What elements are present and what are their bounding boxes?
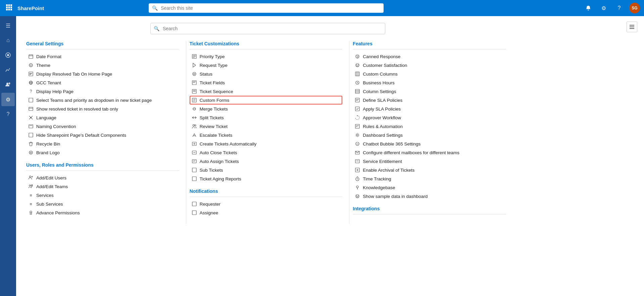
menu-assignee[interactable]: Assignee <box>190 208 343 217</box>
escalate-icon <box>192 132 197 138</box>
svg-rect-90 <box>355 124 359 128</box>
canned-response-label: Canned Response <box>363 54 400 59</box>
svg-point-38 <box>30 152 32 153</box>
menu-status[interactable]: Status <box>190 70 343 78</box>
menu-knowledgebase[interactable]: Knowledgebase <box>353 183 506 192</box>
menu-canned-response[interactable]: Canned Response <box>353 52 506 61</box>
menu-customer-satisfaction[interactable]: Customer Satisfaction <box>353 61 506 70</box>
menu-auto-close[interactable]: Auto Close Tickets <box>190 148 343 157</box>
menu-ticket-sequence[interactable]: Ticket Sequence <box>190 87 343 96</box>
naming-convention-label: Naming Convention <box>36 124 76 129</box>
menu-display-resolved[interactable]: Display Resolved Tab On Home Page <box>26 70 179 78</box>
menu-split-tickets[interactable]: Split Tickets <box>190 113 343 122</box>
dashboard-settings-label: Dashboard Settings <box>363 133 403 138</box>
menu-custom-columns[interactable]: Custom Columns <box>353 70 506 78</box>
nav-chart-icon[interactable] <box>1 63 15 77</box>
menu-chatbot[interactable]: Chatbot Bubble 365 Settings <box>353 139 506 148</box>
svg-rect-8 <box>10 9 12 10</box>
menu-gcc-tenant[interactable]: GCC Tenant <box>26 78 179 87</box>
menu-show-resolved[interactable]: Show resolved ticket in resolved tab onl… <box>26 104 179 113</box>
menu-sample-data[interactable]: Show sample data in dashboard <box>353 192 506 201</box>
menu-request-type[interactable]: Request Type <box>190 61 343 70</box>
menu-dashboard-settings[interactable]: Dashboard Settings <box>353 131 506 139</box>
nav-activity-icon[interactable] <box>1 48 15 62</box>
auto-close-label: Auto Close Tickets <box>200 150 237 155</box>
settings-search-input[interactable] <box>150 23 385 34</box>
menu-escalate-tickets[interactable]: Escalate Tickets <box>190 131 343 139</box>
gcc-tenant-label: GCC Tenant <box>36 80 61 85</box>
menu-brand-logo[interactable]: Brand Logo <box>26 148 179 157</box>
menu-date-format[interactable]: Date Format <box>26 52 179 61</box>
topbar-search-input[interactable] <box>149 3 384 13</box>
menu-ticket-fields[interactable]: Ticket Fields <box>190 78 343 87</box>
svg-rect-28 <box>29 98 33 102</box>
menu-create-automatically[interactable]: Create Tickets Automatically <box>190 139 343 148</box>
menu-hide-sp[interactable]: Hide Sharepoint Page's Default Component… <box>26 131 179 139</box>
nav-menu-icon[interactable]: ☰ <box>1 19 15 32</box>
naming-icon <box>28 124 34 129</box>
display-resolved-icon <box>28 71 34 77</box>
menu-configure-mailboxes[interactable]: Configure different mailboxes for differ… <box>353 148 506 157</box>
svg-point-75 <box>357 58 358 58</box>
menu-approver-workflow[interactable]: Approver Workflow <box>353 113 506 122</box>
user-avatar[interactable]: SG <box>629 3 640 13</box>
review-ticket-label: Review Ticket <box>200 124 228 129</box>
menu-auto-assign[interactable]: Auto Assign Tickets <box>190 157 343 166</box>
menu-define-sla[interactable]: Define SLA Policies <box>353 96 506 104</box>
show-resolved-icon <box>28 106 34 112</box>
svg-point-12 <box>9 83 10 84</box>
knowledgebase-label: Knowledgebase <box>363 185 395 190</box>
sharepoint-logo: SharePoint <box>17 5 44 11</box>
services-label: Services <box>36 193 54 198</box>
nav-home-icon[interactable]: ⌂ <box>1 34 15 47</box>
menu-teams-dropdown[interactable]: Select Teams and priority as dropdown in… <box>26 96 179 104</box>
users-roles-title: Users, Roles and Permissions <box>26 162 179 171</box>
nav-help-icon[interactable]: ? <box>1 108 15 121</box>
sub-services-label: Sub Services <box>36 202 63 207</box>
menu-aging-reports[interactable]: Ticket Aging Reports <box>190 174 343 183</box>
sample-data-icon <box>355 194 360 199</box>
menu-time-tracking[interactable]: Time Tracking <box>353 174 506 183</box>
settings-icon[interactable]: ⚙ <box>598 3 609 13</box>
features-title: Features <box>353 41 506 49</box>
view-toggle-button[interactable] <box>627 22 637 32</box>
status-icon <box>192 71 197 77</box>
menu-naming-convention[interactable]: Naming Convention <box>26 122 179 131</box>
menu-rules-automation[interactable]: Rules & Automation <box>353 122 506 131</box>
svg-rect-4 <box>8 6 10 8</box>
svg-rect-6 <box>6 9 8 10</box>
menu-recycle-bin[interactable]: Recycle Bin <box>26 139 179 148</box>
menu-sub-tickets[interactable]: Sub Tickets <box>190 166 343 174</box>
notifications-icon[interactable] <box>583 3 594 13</box>
help-page-icon: ? <box>28 89 34 94</box>
menu-add-teams[interactable]: Add/Edit Teams <box>26 182 179 191</box>
topbar: SharePoint 🔍 ⚙ ? SG <box>0 0 644 16</box>
menu-advance-permissions[interactable]: Advance Permissions <box>26 208 179 217</box>
menu-column-settings[interactable]: Column Settings <box>353 87 506 96</box>
add-teams-icon <box>28 184 34 189</box>
menu-add-users[interactable]: Add/Edit Users <box>26 173 179 182</box>
menu-priority-type[interactable]: Priority Type <box>190 52 343 61</box>
svg-point-77 <box>357 65 357 65</box>
menu-apply-sla[interactable]: Apply SLA Policies <box>353 104 506 113</box>
nav-people-icon[interactable] <box>1 78 15 91</box>
waffle-menu[interactable] <box>4 2 14 14</box>
menu-review-ticket[interactable]: Review Ticket <box>190 122 343 131</box>
menu-service-entitlement[interactable]: Service Entitlement <box>353 157 506 166</box>
create-auto-icon <box>192 141 197 146</box>
menu-business-hours[interactable]: Business Hours <box>353 78 506 87</box>
merge-tickets-icon <box>192 106 197 112</box>
help-icon[interactable]: ? <box>614 3 625 13</box>
nav-settings-icon[interactable]: ⚙ <box>1 93 15 106</box>
menu-services[interactable]: ≡ Services <box>26 191 179 200</box>
menu-help-page[interactable]: ? Display Help Page <box>26 87 179 96</box>
menu-language[interactable]: Language <box>26 113 179 122</box>
menu-enable-archival[interactable]: Enable Archival of Tickets <box>353 166 506 174</box>
svg-point-105 <box>357 188 358 188</box>
menu-theme[interactable]: Theme <box>26 61 179 70</box>
menu-custom-forms[interactable]: Custom Forms <box>190 96 343 104</box>
menu-merge-tickets[interactable]: Merge Tickets <box>190 104 343 113</box>
chatbot-icon <box>355 141 360 146</box>
menu-sub-services[interactable]: ≡ Sub Services <box>26 200 179 208</box>
menu-requester[interactable]: Requester <box>190 200 343 208</box>
